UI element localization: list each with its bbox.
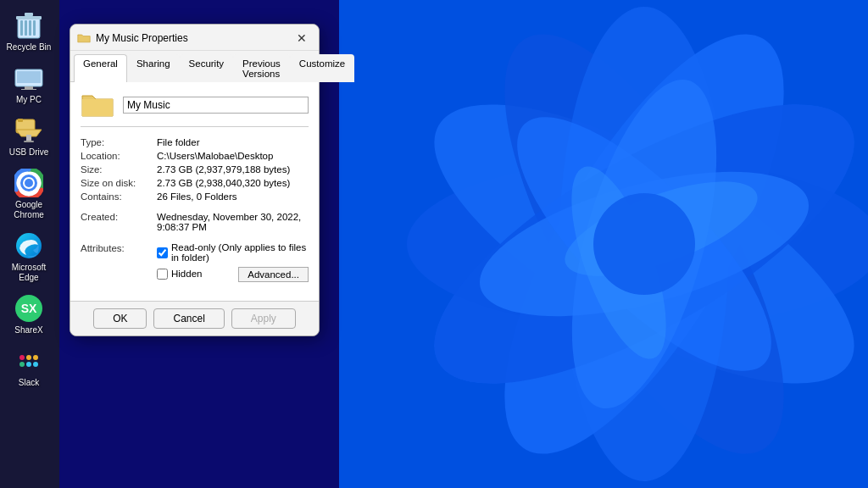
- attributes-options: Read-only (Only applies to files in fold…: [157, 242, 309, 282]
- svg-rect-41: [26, 362, 31, 367]
- readonly-label: Read-only (Only applies to files in fold…: [171, 242, 309, 263]
- desktop-icon-recycle-bin[interactable]: Recycle Bin: [2, 7, 56, 56]
- hidden-advanced-row: Hidden Advanced...: [157, 265, 309, 282]
- spacer-row2: [81, 234, 309, 241]
- svg-rect-22: [25, 13, 33, 16]
- svg-rect-21: [16, 16, 42, 19]
- type-value: File folder: [157, 136, 309, 149]
- svg-rect-25: [25, 86, 33, 89]
- folder-name-input[interactable]: [123, 97, 309, 114]
- folder-name-section: [81, 91, 309, 127]
- cancel-button[interactable]: Cancel: [153, 308, 224, 329]
- svg-rect-30: [24, 141, 34, 142]
- contains-row: Contains: 26 Files, 0 Folders: [81, 190, 309, 203]
- tab-sharing[interactable]: Sharing: [127, 54, 180, 82]
- advanced-button[interactable]: Advanced...: [238, 267, 309, 282]
- attributes-value-cell: Read-only (Only applies to files in fold…: [157, 241, 309, 284]
- recycle-bin-icon: [14, 10, 44, 41]
- tab-previous-versions[interactable]: Previous Versions: [233, 54, 290, 82]
- svg-rect-28: [18, 119, 23, 122]
- dialog-body: Type: File folder Location: C:\Users\Mal…: [70, 82, 319, 301]
- tab-customize[interactable]: Customize: [290, 54, 354, 82]
- svg-rect-18: [25, 20, 27, 36]
- size-label: Size:: [81, 163, 157, 176]
- google-chrome-icon: [14, 168, 44, 198]
- created-label: Created:: [81, 210, 157, 234]
- my-pc-icon: [14, 63, 44, 93]
- attributes-row: Attributes: Read-only (Only applies to f…: [81, 241, 309, 284]
- sharex-label: ShareX: [14, 325, 42, 336]
- ok-button[interactable]: OK: [93, 308, 147, 329]
- size-value: 2.73 GB (2,937,979,188 bytes): [157, 163, 309, 176]
- dialog-footer: OK Cancel Apply: [70, 301, 319, 336]
- recycle-bin-label: Recycle Bin: [7, 42, 52, 53]
- desktop: Recycle Bin My PC: [0, 0, 868, 488]
- svg-rect-19: [29, 20, 31, 36]
- svg-rect-38: [19, 355, 25, 360]
- hidden-checkbox[interactable]: [157, 269, 168, 280]
- svg-rect-26: [21, 89, 36, 90]
- svg-point-14: [593, 193, 695, 295]
- size-on-disk-row: Size on disk: 2.73 GB (2,938,040,320 byt…: [81, 176, 309, 190]
- microsoft-edge-label: Microsoft Edge: [5, 263, 53, 283]
- folder-icon-large: [81, 91, 114, 119]
- desktop-icon-sharex[interactable]: SX ShareX: [2, 290, 56, 339]
- slack-label: Slack: [19, 378, 39, 388]
- readonly-checkbox[interactable]: [157, 247, 168, 258]
- readonly-row: Read-only (Only applies to files in fold…: [157, 242, 309, 263]
- tab-general[interactable]: General: [74, 54, 127, 82]
- svg-rect-20: [33, 20, 36, 36]
- google-chrome-label: Google Chrome: [5, 200, 53, 220]
- type-label: Type:: [81, 136, 157, 149]
- usb-drive-icon: [14, 115, 44, 146]
- location-value: C:\Users\Malobae\Desktop: [157, 149, 309, 163]
- apply-button[interactable]: Apply: [231, 308, 296, 329]
- dialog-title: My Music Properties: [96, 32, 287, 44]
- dialog-titlebar: My Music Properties ✕: [70, 25, 319, 51]
- tab-security[interactable]: Security: [180, 54, 234, 82]
- hidden-label: Hidden: [171, 269, 202, 279]
- desktop-icon-slack[interactable]: Slack: [2, 342, 56, 391]
- spacer-row: [81, 203, 309, 210]
- svg-point-34: [25, 179, 33, 187]
- contains-value: 26 Files, 0 Folders: [157, 190, 309, 203]
- svg-rect-24: [17, 71, 41, 83]
- microsoft-edge-icon: [14, 230, 44, 261]
- size-on-disk-label: Size on disk:: [81, 176, 157, 190]
- sharex-icon: SX: [14, 293, 44, 324]
- desktop-icon-google-chrome[interactable]: Google Chrome: [2, 164, 56, 224]
- created-value: Wednesday, November 30, 2022, 9:08:37 PM: [157, 210, 309, 234]
- my-pc-label: My PC: [16, 95, 42, 105]
- attributes-label: Attributes:: [81, 241, 157, 284]
- slack-icon: [14, 346, 44, 376]
- type-row: Type: File folder: [81, 136, 309, 149]
- svg-rect-42: [33, 355, 38, 360]
- location-label: Location:: [81, 149, 157, 163]
- desktop-icons-container: Recycle Bin My PC: [0, 0, 58, 488]
- svg-rect-29: [26, 135, 31, 141]
- desktop-icon-microsoft-edge[interactable]: Microsoft Edge: [2, 227, 56, 286]
- svg-rect-39: [26, 355, 31, 360]
- usb-drive-label: USB Drive: [9, 147, 49, 158]
- properties-table: Type: File folder Location: C:\Users\Mal…: [81, 136, 309, 284]
- svg-rect-43: [33, 362, 38, 367]
- desktop-icon-usb-drive[interactable]: USB Drive: [2, 112, 56, 161]
- properties-dialog: My Music Properties ✕ General Sharing Se…: [70, 24, 320, 336]
- titlebar-folder-icon: [77, 32, 91, 44]
- svg-rect-17: [20, 20, 23, 36]
- size-row: Size: 2.73 GB (2,937,979,188 bytes): [81, 163, 309, 176]
- desktop-icon-my-pc[interactable]: My PC: [2, 59, 56, 108]
- size-on-disk-value: 2.73 GB (2,938,040,320 bytes): [157, 176, 309, 190]
- created-row: Created: Wednesday, November 30, 2022, 9…: [81, 210, 309, 234]
- hidden-row: Hidden: [157, 269, 202, 280]
- svg-text:SX: SX: [21, 302, 37, 315]
- svg-rect-40: [19, 362, 25, 367]
- location-row: Location: C:\Users\Malobae\Desktop: [81, 149, 309, 163]
- contains-label: Contains:: [81, 190, 157, 203]
- dialog-tabs: General Sharing Security Previous Versio…: [70, 51, 319, 82]
- dialog-close-button[interactable]: ✕: [292, 30, 312, 47]
